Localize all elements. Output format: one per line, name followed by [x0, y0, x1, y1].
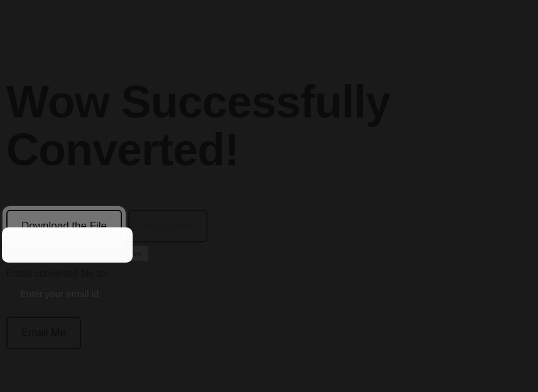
modal-overlay	[0, 0, 538, 392]
download-highlight-glow	[2, 227, 133, 263]
